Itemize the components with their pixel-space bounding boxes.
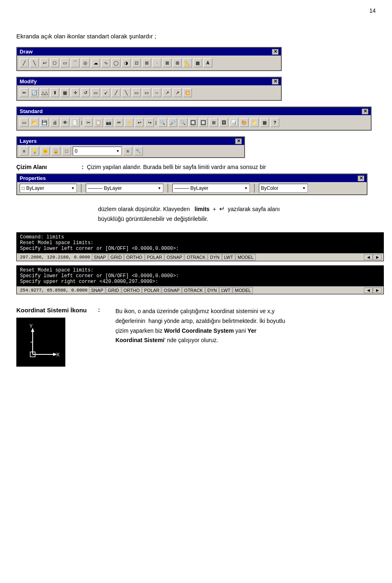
modify-mirror-icon[interactable]: △△ xyxy=(40,88,49,97)
layer-dropdown[interactable]: 0 ▼ xyxy=(73,147,122,156)
std-preview-icon[interactable]: 👁 xyxy=(60,118,69,127)
prop-linetype-dropdown[interactable]: ——— ByLayer ▼ xyxy=(86,184,163,193)
cmd-model-btn-1[interactable]: MODEL xyxy=(236,254,256,260)
draw-polygon-icon[interactable]: ⬠ xyxy=(50,58,59,67)
std-zoomprev-icon[interactable]: 🔲 xyxy=(189,118,198,127)
std-paste-icon[interactable]: 📷 xyxy=(104,118,113,127)
cmd-otrack-btn-2[interactable]: OTRACK xyxy=(182,287,205,294)
cmd-grid-btn-2[interactable]: GRID xyxy=(106,287,121,294)
cmd-snap-btn-2[interactable]: SNAP xyxy=(89,287,105,294)
std-redo-icon[interactable]: ↪ xyxy=(145,118,154,127)
std-plot-icon[interactable]: 🖨 xyxy=(50,118,59,127)
draw-xline-icon[interactable]: ╲ xyxy=(30,58,39,67)
draw-rectangle-icon[interactable]: ▭ xyxy=(60,58,69,67)
prop-lineweight-dropdown[interactable]: ——— ByLayer ▼ xyxy=(172,184,250,193)
modify-break-icon[interactable]: ▭ xyxy=(132,88,141,97)
cmd-scroll-left-1[interactable]: ◀ xyxy=(364,254,373,260)
draw-table-icon[interactable]: ▦ xyxy=(193,58,202,67)
cmd-model-btn-2[interactable]: MODEL xyxy=(233,287,253,294)
layer-manager-icon[interactable]: ≡ xyxy=(20,147,29,156)
layer-color-icon[interactable]: □ xyxy=(62,147,71,156)
std-named-icon[interactable]: ⊞ xyxy=(209,118,218,127)
draw-polyline-icon[interactable]: ↩ xyxy=(40,58,49,67)
cmd-otrack-btn-1[interactable]: OTRACK xyxy=(185,254,207,260)
std-toolpalette-icon[interactable]: ▦ xyxy=(260,118,269,127)
modify-scale-icon[interactable]: ▭ xyxy=(91,88,100,97)
cmd-polar-btn-2[interactable]: POLAR xyxy=(142,287,161,294)
layers-close-btn[interactable]: ✕ xyxy=(235,138,242,144)
cmd-scroll-right-2[interactable]: ▶ xyxy=(373,287,382,293)
modify-rotate-icon[interactable]: ↺ xyxy=(81,88,90,97)
draw-ellipsearc-icon[interactable]: ◑ xyxy=(122,58,131,67)
cmd-snap-btn-1[interactable]: SNAP xyxy=(92,254,108,260)
draw-arc-icon[interactable]: ⌒ xyxy=(71,58,80,67)
cmd-osnap-btn-1[interactable]: OSNAP xyxy=(165,254,185,260)
modify-explode-icon[interactable]: 💥 xyxy=(183,88,192,97)
layer-freeze-icon[interactable]: 🌞 xyxy=(41,147,50,156)
prop-color-dropdown[interactable]: □ ByLayer ▼ xyxy=(20,184,77,193)
modify-join-icon[interactable]: ↔ xyxy=(152,88,161,97)
modify-erase-icon[interactable]: ✏ xyxy=(20,88,29,97)
draw-text-icon[interactable]: A xyxy=(203,58,212,67)
std-design-icon[interactable]: 📁 xyxy=(250,118,259,127)
modify-stretch-icon[interactable]: ↙ xyxy=(101,88,110,97)
draw-line-icon[interactable]: ╱ xyxy=(20,58,29,67)
modify-array-icon[interactable]: ▦ xyxy=(60,88,69,97)
std-new-icon[interactable]: ▭ xyxy=(20,118,29,127)
modify-move-icon[interactable]: ✛ xyxy=(71,88,80,97)
std-zoomwin-icon[interactable]: 🔍 xyxy=(178,118,187,127)
std-help-icon[interactable]: ? xyxy=(270,118,279,127)
draw-ellipse-icon[interactable]: ◯ xyxy=(111,58,120,67)
cmd-polar-btn-1[interactable]: POLAR xyxy=(145,254,164,260)
cmd-scroll-left-2[interactable]: ◀ xyxy=(364,287,373,293)
std-3dorbit-icon[interactable]: 🖼 xyxy=(219,118,228,127)
draw-insert-icon[interactable]: ⊡ xyxy=(132,58,141,67)
std-cut-icon[interactable]: ✂ xyxy=(84,118,93,127)
modify-chamfer-icon[interactable]: ↗ xyxy=(163,88,172,97)
properties-close-btn[interactable]: ✕ xyxy=(358,176,364,181)
draw-cloud-icon[interactable]: ☁ xyxy=(91,58,100,67)
draw-hatch-icon[interactable]: ⊠ xyxy=(163,58,172,67)
std-lightning-icon[interactable]: ⚡ xyxy=(125,118,134,127)
cmd-osnap-btn-2[interactable]: OSNAP xyxy=(162,287,182,294)
cmd-scroll-right-1[interactable]: ▶ xyxy=(373,254,382,260)
draw-region-icon[interactable]: 📐 xyxy=(183,58,192,67)
cmd-lwt-btn-2[interactable]: LWT xyxy=(219,287,232,294)
cmd-lwt-btn-1[interactable]: LWT xyxy=(222,254,235,260)
std-pan-icon[interactable]: 🔍 xyxy=(158,118,167,127)
modify-extend-icon[interactable]: ╲ xyxy=(122,88,131,97)
layer-prev-icon[interactable]: ≡ xyxy=(123,147,132,156)
std-save-icon[interactable]: 💾 xyxy=(40,118,49,127)
cmd-grid-btn-1[interactable]: GRID xyxy=(109,254,124,260)
layer-bulb-icon[interactable]: 💡 xyxy=(30,147,39,156)
std-extents-icon[interactable]: 🔲 xyxy=(199,118,208,127)
modify-fillet-icon[interactable]: ↗ xyxy=(173,88,182,97)
std-properties-icon[interactable]: 🎨 xyxy=(240,118,249,127)
draw-spline-icon[interactable]: ∿ xyxy=(101,58,110,67)
layer-settings-icon[interactable]: 🔧 xyxy=(134,147,143,156)
std-undo-icon[interactable]: ↩ xyxy=(135,118,144,127)
std-zoom-icon[interactable]: 🔎 xyxy=(168,118,177,127)
modify-close-btn[interactable]: ✕ xyxy=(272,79,278,85)
cmd-ortho-btn-1[interactable]: ORTHO xyxy=(124,254,145,260)
cmd-dyn-btn-2[interactable]: DYN xyxy=(205,287,219,294)
std-open-icon[interactable]: 📂 xyxy=(30,118,39,127)
draw-close-btn[interactable]: ✕ xyxy=(272,49,278,55)
modify-break2-icon[interactable]: ▭ xyxy=(142,88,151,97)
draw-block-icon[interactable]: ⊞ xyxy=(142,58,151,67)
draw-gradient-icon[interactable]: ⊞ xyxy=(173,58,182,67)
standard-close-btn[interactable]: ✕ xyxy=(362,109,368,114)
cmd-dyn-btn-1[interactable]: DYN xyxy=(208,254,221,260)
std-matchprop-icon[interactable]: ✏ xyxy=(114,118,123,127)
prop-plotstyle-dropdown[interactable]: ByColor ▼ xyxy=(259,184,308,193)
cmd-ortho-btn-2[interactable]: ORTHO xyxy=(122,287,142,294)
modify-offset-icon[interactable]: ⬆ xyxy=(50,88,59,97)
std-dbconnect-icon[interactable]: 📊 xyxy=(229,118,238,127)
layer-lock-icon[interactable]: 🔒 xyxy=(51,147,60,156)
draw-point-icon[interactable]: · xyxy=(152,58,161,67)
modify-trim-icon[interactable]: ╱ xyxy=(111,88,120,97)
std-publish-icon[interactable]: 📑 xyxy=(71,118,80,127)
draw-circle-icon[interactable]: ◎ xyxy=(81,58,90,67)
std-copy-icon[interactable]: 📋 xyxy=(94,118,103,127)
modify-copy-icon[interactable]: 🔃 xyxy=(30,88,39,97)
